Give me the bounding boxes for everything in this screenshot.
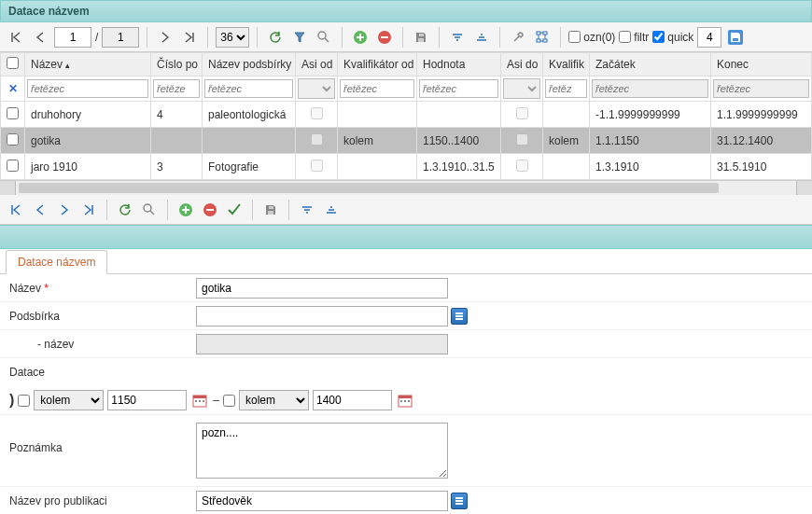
picker-pub-icon[interactable] <box>451 493 468 509</box>
filter-asi-od[interactable] <box>298 78 335 99</box>
tree-icon[interactable] <box>532 27 553 48</box>
date-od-input[interactable] <box>107 390 187 410</box>
svg-rect-15 <box>269 206 273 209</box>
svg-rect-8 <box>543 39 547 42</box>
col-hodnota[interactable]: Hodnota <box>417 53 501 76</box>
clear-filters-icon[interactable]: ✕ <box>8 82 18 95</box>
detail-filter-up-icon[interactable] <box>321 200 342 220</box>
col-asi-do[interactable]: Asi do <box>501 53 543 76</box>
next-page-icon[interactable] <box>155 27 175 48</box>
detail-search-icon[interactable] <box>139 200 160 220</box>
detail-remove-icon[interactable] <box>200 200 220 220</box>
col-zacatek[interactable]: Začátek <box>590 53 711 76</box>
page-current-input[interactable] <box>54 27 91 48</box>
col-nazev[interactable]: Název▴ <box>25 53 151 76</box>
calendar-od-icon[interactable] <box>190 391 209 410</box>
cell-asi-do <box>501 154 543 180</box>
date-do-input[interactable] <box>313 390 392 410</box>
add-icon[interactable] <box>350 27 371 48</box>
filter-kval-do[interactable] <box>545 79 587 98</box>
detail-confirm-icon[interactable] <box>224 200 245 220</box>
detail-tabs: Datace názvem <box>0 249 812 274</box>
table-row[interactable]: jaro 19103Fotografie1.3.1910..31.51.3.19… <box>1 154 812 180</box>
first-page-icon[interactable] <box>6 27 26 48</box>
table-row[interactable]: druhohory4paleontologická-1.1.9999999999… <box>1 102 812 128</box>
cell-kval-od: kolem <box>338 128 417 154</box>
filtr-checkbox[interactable]: filtr <box>619 31 649 44</box>
select-all-checkbox[interactable] <box>7 57 19 69</box>
filter-nazev[interactable] <box>27 79 148 98</box>
cell-asi-od <box>296 128 338 154</box>
col-podsbirka[interactable]: Název podsbírky <box>203 53 296 76</box>
row-checkbox[interactable] <box>7 133 19 146</box>
svg-point-0 <box>318 32 326 39</box>
cell-zacatek: 1.1.1150 <box>590 128 711 154</box>
grid-horizontal-scrollbar[interactable] <box>0 180 812 195</box>
input-nazev[interactable] <box>196 278 448 299</box>
detail-add-icon[interactable] <box>175 200 196 220</box>
label-podsbirka-nazev: - název <box>9 338 196 351</box>
filter-funnel-icon[interactable] <box>289 27 310 48</box>
filter-podsbirka[interactable] <box>204 79 293 98</box>
cell-konec: 1.1.9999999999 <box>711 102 812 128</box>
detail-save-icon[interactable] <box>260 200 281 220</box>
detail-first-icon[interactable] <box>6 200 26 220</box>
quick-num-input[interactable] <box>697 27 721 48</box>
input-pub[interactable] <box>196 491 448 511</box>
kval-do-select[interactable]: kolem <box>239 390 309 410</box>
input-poznamka[interactable]: pozn.... <box>196 423 448 479</box>
picker-podsbirka-icon[interactable] <box>451 308 468 325</box>
filter-down-icon[interactable] <box>447 27 468 48</box>
col-kval-do[interactable]: Kvalifik <box>543 53 590 76</box>
detail-refresh-icon[interactable] <box>115 200 135 220</box>
search-icon[interactable] <box>314 27 334 48</box>
panel-header: Datace názvem <box>0 0 812 22</box>
label-poznamka: Poznámka <box>9 423 196 454</box>
kval-od-select[interactable]: kolem <box>34 390 104 410</box>
tools-icon[interactable] <box>508 27 528 48</box>
cell-kval-od <box>338 102 417 128</box>
asi-od-checkbox[interactable] <box>18 395 30 407</box>
row-checkbox[interactable] <box>7 107 19 119</box>
calendar-do-icon[interactable] <box>396 391 414 410</box>
col-kval-od[interactable]: Kvalifikátor od <box>338 53 417 76</box>
cell-asi-do <box>501 102 543 128</box>
ozn-checkbox[interactable]: ozn(0) <box>568 31 615 44</box>
cell-nazev: druhohory <box>25 102 151 128</box>
asi-do-checkbox[interactable] <box>223 395 235 407</box>
input-podsbirka-nazev <box>196 334 448 354</box>
label-podsbirka: Podsbírka <box>9 310 196 323</box>
page-size-select[interactable]: 36 <box>216 27 249 48</box>
save-disk-icon[interactable] <box>411 27 431 48</box>
svg-rect-4 <box>419 34 424 36</box>
filter-asi-do[interactable] <box>503 78 540 99</box>
filter-up-icon[interactable] <box>471 27 492 48</box>
filter-hodnota[interactable] <box>419 79 498 98</box>
row-checkbox[interactable] <box>7 160 19 172</box>
detail-filter-down-icon[interactable] <box>297 200 317 220</box>
cell-hodnota <box>417 102 501 128</box>
cell-nazev: gotika <box>25 128 151 154</box>
quick-checkbox[interactable]: quick <box>652 31 693 44</box>
last-page-icon[interactable] <box>179 27 200 48</box>
tab-datace-nazvem[interactable]: Datace názvem <box>6 250 107 274</box>
input-podsbirka[interactable] <box>196 306 448 326</box>
cell-kval-do: kolem <box>543 128 590 154</box>
filter-kval-od[interactable] <box>340 79 414 98</box>
prev-page-icon[interactable] <box>30 27 50 48</box>
label-nazev: Název * <box>9 282 196 295</box>
svg-rect-24 <box>404 400 406 402</box>
col-asi-od[interactable]: Asi od <box>296 53 338 76</box>
detail-next-icon[interactable] <box>54 200 75 220</box>
remove-icon[interactable] <box>374 27 395 48</box>
page-separator: / <box>95 31 98 44</box>
col-cislo[interactable]: Číslo po <box>151 53 203 76</box>
save-blue-icon[interactable] <box>725 27 746 48</box>
detail-prev-icon[interactable] <box>30 200 50 220</box>
refresh-icon[interactable] <box>265 27 286 48</box>
svg-rect-6 <box>543 32 547 35</box>
table-row[interactable]: gotikakolem1150..1400kolem1.1.115031.12.… <box>1 128 812 154</box>
filter-cislo[interactable] <box>153 79 200 98</box>
detail-last-icon[interactable] <box>78 200 99 220</box>
col-konec[interactable]: Konec <box>711 53 812 76</box>
